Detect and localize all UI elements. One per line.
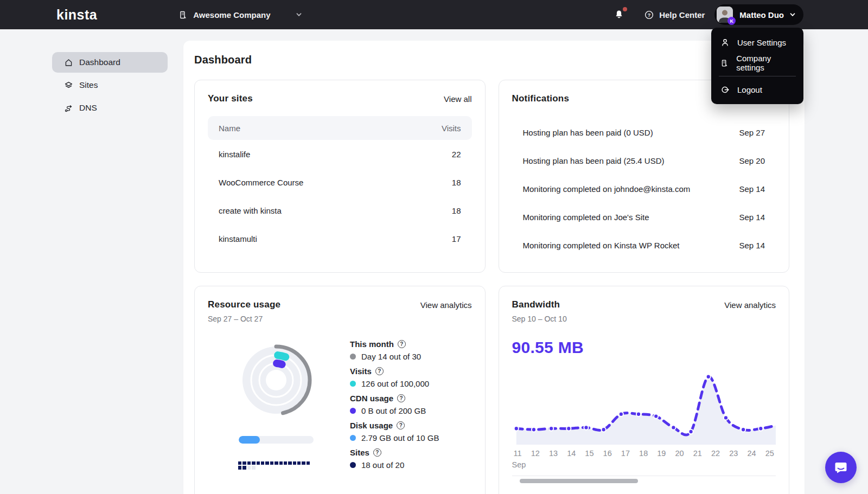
x-tick: 17 [621,449,630,458]
legend-dot [350,462,356,468]
help-tooltip-icon[interactable] [398,340,406,348]
main-panel: Dashboard Your sites View all Name Visit… [183,41,805,494]
notification-text: Monitoring completed on johndoe@kinsta.c… [523,184,691,194]
site-visits: 17 [452,234,461,243]
legend-item-cdn-usage: CDN usage 0 B out of 200 GB [350,394,472,415]
notification-date: Sep 20 [739,156,765,165]
your-sites-card: Your sites View all Name Visits kinstali… [194,80,486,273]
menu-item-logout[interactable]: Logout [711,79,803,100]
chart-scrollbar-track [512,476,776,483]
legend-value: 0 B out of 200 GB [361,406,426,415]
menu-divider [719,76,796,76]
sites-usage-squares [238,461,314,470]
table-row[interactable]: kinstamulti 17 [208,224,472,253]
notifications-list: Hosting plan has been paid (0 USD) Sep 2… [512,118,776,259]
column-visits: Visits [442,124,461,133]
kinsta-logo[interactable]: kinsta [56,7,97,23]
menu-item-company-settings[interactable]: Company settings [711,53,803,73]
user-menu-button[interactable]: K Matteo Duo [714,4,803,25]
legend-value: 2.79 GB out of 10 GB [361,433,439,442]
bandwidth-card: Bandwidth View analytics Sep 10 – Oct 10… [499,286,790,494]
user-name: Matteo Duo [739,10,784,20]
topbar: kinsta Awesome Company [0,0,868,29]
kinsta-badge: K [727,17,736,25]
layers-icon [64,81,73,90]
sidebar-item-dns[interactable]: DNS [52,98,168,118]
building-icon [178,10,188,20]
sidebar-item-label: Dashboard [79,57,120,67]
notification-date: Sep 14 [739,213,765,222]
chat-widget-button[interactable] [825,452,857,483]
notification-text: Monitoring completed on Joe's Site [523,213,649,222]
resource-legend: This month Day 14 out of 30 Visits 126 o… [344,339,472,475]
resource-donut-chart [235,339,317,421]
x-tick: 15 [585,449,593,458]
x-tick: 25 [765,449,774,458]
legend-value: 126 out of 100,000 [361,379,429,388]
help-tooltip-icon[interactable] [375,367,384,375]
x-tick: 18 [639,449,648,458]
legend-dot [350,381,356,387]
table-row[interactable]: create with kinsta 18 [208,196,472,224]
home-icon [64,58,73,67]
help-center-label: Help Center [659,10,705,20]
help-tooltip-icon[interactable] [373,448,381,457]
list-item[interactable]: Monitoring completed on johndoe@kinsta.c… [512,175,776,203]
legend-item-visits: Visits 126 out of 100,000 [350,367,472,388]
site-name: WooCommerce Course [219,178,303,187]
list-item[interactable]: Hosting plan has been paid (25.4 USD) Se… [512,146,776,175]
x-tick: 24 [747,449,756,458]
site-name: create with kinsta [219,206,282,215]
disk-usage-bar [239,436,314,444]
site-name: kinstalife [219,150,250,159]
bandwidth-title: Bandwidth [512,299,560,310]
legend-label: CDN usage [350,394,393,403]
company-selector[interactable]: Awesome Company [178,10,302,20]
legend-label: This month [350,339,394,349]
dns-route-icon [64,104,73,113]
site-visits: 18 [452,178,461,187]
resource-usage-card: Resource usage View analytics Sep 27 – O… [194,286,486,494]
legend-dot [350,435,356,441]
avatar: K [717,7,733,23]
x-tick: 12 [531,449,540,458]
svg-text:?: ? [648,12,651,17]
list-item[interactable]: Monitoring completed on Joe's Site Sep 1… [512,203,776,231]
your-sites-title: Your sites [208,93,253,104]
resource-view-analytics-link[interactable]: View analytics [420,300,472,310]
site-name: kinstamulti [219,234,257,243]
resource-usage-title: Resource usage [208,299,280,310]
help-center-button[interactable]: ? Help Center [644,10,705,20]
menu-item-label: Company settings [736,54,794,72]
x-tick: 20 [675,449,684,458]
legend-value: Day 14 out of 30 [361,352,421,361]
table-row[interactable]: kinstalife 22 [208,140,472,168]
your-sites-view-all-link[interactable]: View all [444,94,471,104]
legend-label: Disk usage [350,421,393,430]
chevron-down-icon [296,11,302,18]
chart-scrollbar-thumb[interactable] [520,479,639,483]
list-item[interactable]: Monitoring completed on Kinsta WP Rocket… [512,231,776,259]
notification-text: Hosting plan has been paid (25.4 USD) [523,156,665,165]
help-tooltip-icon[interactable] [397,421,405,429]
logout-icon [720,85,730,94]
sidebar-item-sites[interactable]: Sites [52,75,168,95]
sidebar-item-label: Sites [79,80,98,90]
help-tooltip-icon[interactable] [397,394,405,402]
menu-item-label: User Settings [737,38,786,47]
menu-item-user-settings[interactable]: User Settings [711,32,803,53]
legend-item-this-month: This month Day 14 out of 30 [350,339,472,361]
topbar-right: ? Help Center K Matteo Duo [614,4,868,25]
legend-dot [350,408,356,414]
bandwidth-view-analytics-link[interactable]: View analytics [724,300,776,310]
notification-dot [623,7,627,11]
table-row[interactable]: WooCommerce Course 18 [208,168,472,196]
list-item[interactable]: Hosting plan has been paid (0 USD) Sep 2… [512,118,776,146]
x-tick: 11 [514,449,522,458]
notification-date: Sep 14 [739,241,765,250]
notifications-bell-button[interactable] [614,9,624,20]
notification-date: Sep 27 [739,128,765,137]
column-name: Name [219,124,240,133]
sidebar-item-dashboard[interactable]: Dashboard [52,52,168,73]
legend-label: Sites [350,448,369,457]
